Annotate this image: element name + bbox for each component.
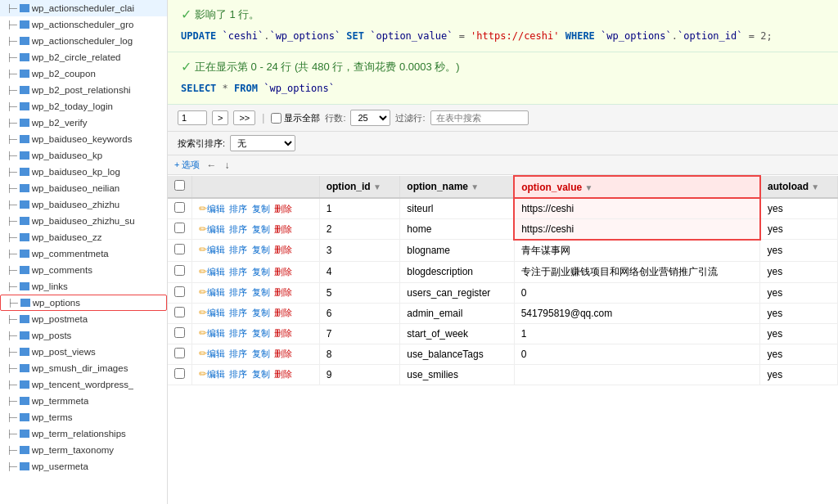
delete-row-action[interactable]: 删除	[274, 369, 292, 379]
copy-row-action[interactable]: 复制	[252, 204, 270, 214]
move-left-button[interactable]: ←	[205, 160, 218, 171]
rows-per-page-select[interactable]: 25 50 100	[350, 110, 390, 126]
row-checkbox[interactable]	[174, 286, 185, 297]
sidebar-item-wp_actionscheduler_clai[interactable]: ├─wp_actionscheduler_clai	[0, 0, 167, 16]
select-all-link[interactable]: + 选项	[174, 159, 200, 171]
row-checkbox[interactable]	[174, 223, 185, 233]
sort-row-action[interactable]: 排序	[229, 245, 247, 254]
last-page-button[interactable]: >>	[233, 110, 255, 125]
sort-row-action[interactable]: 排序	[229, 287, 247, 297]
sidebar-item-wp_post_views[interactable]: ├─wp_post_views	[0, 344, 167, 360]
sort-row-action[interactable]: 排序	[229, 308, 247, 317]
copy-row-action[interactable]: 复制	[252, 245, 270, 254]
show-all-checkbox[interactable]	[271, 113, 282, 124]
edit-row-action[interactable]: 编辑	[207, 328, 225, 338]
sidebar-item-wp_b2_today_login[interactable]: ├─wp_b2_today_login	[0, 98, 167, 115]
copy-row-action[interactable]: 复制	[252, 308, 270, 317]
edit-row-action[interactable]: 编辑	[207, 349, 225, 358]
edit-pencil-icon[interactable]: ✏	[199, 327, 207, 339]
sort-select[interactable]: 无	[230, 135, 295, 151]
edit-pencil-icon[interactable]: ✏	[199, 244, 207, 255]
header-option-value[interactable]: option_value ▼	[514, 176, 760, 198]
edit-row-action[interactable]: 编辑	[207, 204, 225, 214]
sidebar-item-wp_termmeta[interactable]: ├─wp_termmeta	[0, 393, 167, 409]
header-option-id[interactable]: option_id ▼	[319, 176, 400, 198]
sidebar-item-wp_commentmeta[interactable]: ├─wp_commentmeta	[0, 245, 167, 262]
sidebar-item-wp_b2_circle_related[interactable]: ├─wp_b2_circle_related	[0, 49, 167, 65]
sidebar-item-wp_baiduseo_zhizhu_su[interactable]: ├─wp_baiduseo_zhizhu_su	[0, 213, 167, 229]
sidebar-item-wp_actionscheduler_gro[interactable]: ├─wp_actionscheduler_gro	[0, 16, 167, 33]
row-checkbox[interactable]	[174, 368, 185, 379]
sidebar-item-wp_tencent_wordpress_[interactable]: ├─wp_tencent_wordpress_	[0, 376, 167, 393]
sidebar-item-wp_baiduseo_neilian[interactable]: ├─wp_baiduseo_neilian	[0, 180, 167, 196]
sidebar-item-wp_terms[interactable]: ├─wp_terms	[0, 409, 167, 425]
copy-row-action[interactable]: 复制	[252, 224, 270, 234]
edit-row-action[interactable]: 编辑	[207, 308, 225, 317]
header-autoload[interactable]: autoload ▼	[760, 176, 838, 198]
edit-pencil-icon[interactable]: ✏	[199, 307, 207, 318]
delete-row-action[interactable]: 删除	[274, 287, 292, 297]
next-page-button[interactable]: >	[212, 110, 228, 125]
delete-row-action[interactable]: 删除	[274, 308, 292, 317]
delete-row-action[interactable]: 删除	[274, 267, 292, 277]
sidebar-item-wp_baiduseo_kp_log[interactable]: ├─wp_baiduseo_kp_log	[0, 164, 167, 180]
edit-row-action[interactable]: 编辑	[207, 369, 225, 379]
delete-row-action[interactable]: 删除	[274, 328, 292, 338]
row-checkbox[interactable]	[174, 265, 185, 276]
delete-row-action[interactable]: 删除	[274, 224, 292, 234]
sidebar-item-wp_postmeta[interactable]: ├─wp_postmeta	[0, 311, 167, 327]
sort-icon-option-name[interactable]: ▼	[471, 182, 479, 191]
copy-row-action[interactable]: 复制	[252, 287, 270, 297]
search-input[interactable]	[430, 110, 529, 125]
sidebar-item-wp_b2_post_relationshi[interactable]: ├─wp_b2_post_relationshi	[0, 82, 167, 98]
row-checkbox[interactable]	[174, 202, 185, 213]
edit-pencil-icon[interactable]: ✏	[199, 266, 207, 277]
edit-row-action[interactable]: 编辑	[207, 245, 225, 254]
sidebar-item-wp_options[interactable]: ├─wp_options	[0, 295, 167, 311]
sort-row-action[interactable]: 排序	[229, 224, 247, 234]
sort-row-action[interactable]: 排序	[229, 267, 247, 277]
sort-icon-autoload[interactable]: ▼	[811, 182, 819, 191]
sort-row-action[interactable]: 排序	[229, 328, 247, 338]
delete-row-action[interactable]: 删除	[274, 349, 292, 358]
copy-row-action[interactable]: 复制	[252, 369, 270, 379]
sidebar-item-wp_actionscheduler_log[interactable]: ├─wp_actionscheduler_log	[0, 33, 167, 49]
edit-row-action[interactable]: 编辑	[207, 287, 225, 297]
sidebar-item-wp_smush_dir_images[interactable]: ├─wp_smush_dir_images	[0, 360, 167, 376]
sort-icon-option-id[interactable]: ▼	[373, 182, 381, 191]
sort-row-action[interactable]: 排序	[229, 369, 247, 379]
sidebar-item-wp_comments[interactable]: ├─wp_comments	[0, 262, 167, 278]
copy-row-action[interactable]: 复制	[252, 349, 270, 358]
row-checkbox[interactable]	[174, 327, 185, 338]
sidebar-item-wp_posts[interactable]: ├─wp_posts	[0, 327, 167, 344]
sidebar-item-wp_term_taxonomy[interactable]: ├─wp_term_taxonomy	[0, 442, 167, 458]
sidebar-item-wp_baiduseo_keywords[interactable]: ├─wp_baiduseo_keywords	[0, 131, 167, 147]
sidebar-item-wp_b2_coupon[interactable]: ├─wp_b2_coupon	[0, 65, 167, 82]
delete-row-action[interactable]: 删除	[274, 245, 292, 254]
sidebar-item-wp_usermeta[interactable]: ├─wp_usermeta	[0, 458, 167, 475]
row-checkbox[interactable]	[174, 244, 185, 254]
edit-pencil-icon[interactable]: ✏	[199, 368, 207, 380]
sidebar-item-wp_baiduseo_zhizhu[interactable]: ├─wp_baiduseo_zhizhu	[0, 196, 167, 213]
row-checkbox[interactable]	[174, 307, 185, 317]
sort-icon-option-value[interactable]: ▼	[585, 183, 593, 192]
edit-row-action[interactable]: 编辑	[207, 224, 225, 234]
sidebar-item-wp_baiduseo_zz[interactable]: ├─wp_baiduseo_zz	[0, 229, 167, 245]
edit-pencil-icon[interactable]: ✏	[199, 203, 207, 214]
edit-pencil-icon[interactable]: ✏	[199, 348, 207, 359]
edit-row-action[interactable]: 编辑	[207, 267, 225, 277]
sidebar-item-wp_term_relationships[interactable]: ├─wp_term_relationships	[0, 425, 167, 442]
sidebar-item-wp_links[interactable]: ├─wp_links	[0, 278, 167, 295]
sidebar-item-wp_baiduseo_kp[interactable]: ├─wp_baiduseo_kp	[0, 147, 167, 164]
header-option-name[interactable]: option_name ▼	[400, 176, 514, 198]
copy-row-action[interactable]: 复制	[252, 267, 270, 277]
page-number-input[interactable]	[178, 110, 207, 125]
move-down-button[interactable]: ↓	[223, 160, 231, 171]
edit-pencil-icon[interactable]: ✏	[199, 223, 207, 235]
delete-row-action[interactable]: 删除	[274, 204, 292, 214]
row-checkbox[interactable]	[174, 348, 185, 358]
select-all-checkbox[interactable]	[174, 180, 185, 191]
sort-row-action[interactable]: 排序	[229, 204, 247, 214]
edit-pencil-icon[interactable]: ✏	[199, 286, 207, 298]
sidebar-item-wp_b2_verify[interactable]: ├─wp_b2_verify	[0, 115, 167, 131]
